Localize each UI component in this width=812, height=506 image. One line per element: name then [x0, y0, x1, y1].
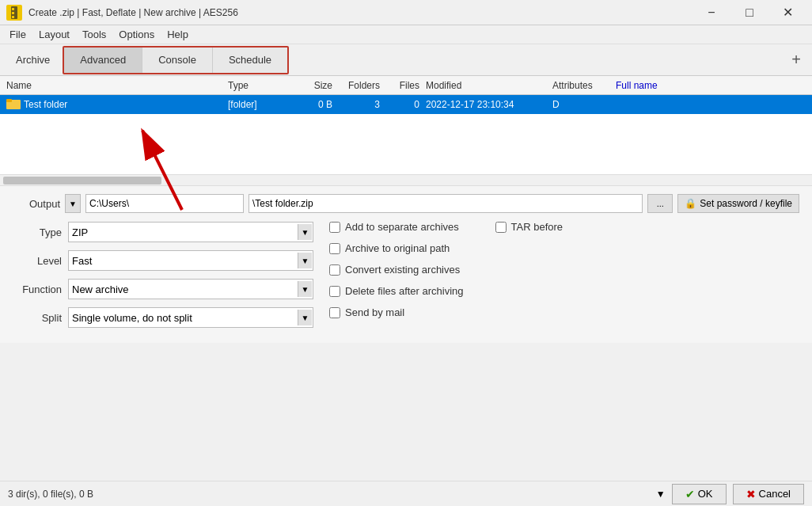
svg-rect-2: [12, 8, 14, 10]
split-label: Split: [13, 312, 68, 324]
output-path-right[interactable]: \Test folder.zip: [249, 194, 643, 213]
output-path-left[interactable]: C:\Users\: [85, 194, 244, 213]
col-header-folders[interactable]: Folders: [336, 80, 383, 91]
col-header-files[interactable]: Files: [383, 80, 423, 91]
cancel-x-icon: ✖: [746, 488, 756, 500]
file-attributes-cell: D: [549, 99, 613, 110]
app-icon: [6, 5, 22, 21]
level-row: Level Store Fastest Fast Normal Maximum …: [13, 249, 313, 272]
menu-layout[interactable]: Layout: [32, 25, 76, 44]
file-name-cell: Test folder: [3, 97, 225, 112]
level-select-wrapper: Store Fastest Fast Normal Maximum Ultra …: [68, 250, 313, 271]
file-list-area: Test folder [folder] 0 B 3 0 2022-12-17 …: [0, 95, 812, 174]
send-mail-checkbox-row[interactable]: Send by mail: [329, 306, 464, 318]
checkboxes-col2: TAR before: [495, 221, 563, 323]
tar-before-checkbox[interactable]: [495, 222, 507, 233]
send-mail-checkbox[interactable]: [329, 307, 340, 318]
status-right: ▼ ✔ OK ✖ Cancel: [656, 484, 804, 504]
svg-rect-4: [12, 16, 14, 18]
file-folders-cell: 3: [336, 99, 383, 110]
tab-schedule[interactable]: Schedule: [213, 48, 287, 73]
tar-before-checkbox-row[interactable]: TAR before: [495, 221, 563, 233]
convert-existing-checkbox[interactable]: [329, 264, 340, 276]
type-select[interactable]: ZIP 7Z TAR GZ BZ2: [68, 222, 313, 242]
form-right: Add to separate archives Archive to orig…: [329, 221, 563, 335]
title-bar: Create .zip | Fast, Deflate | New archiv…: [0, 0, 812, 25]
file-size-cell: 0 B: [288, 99, 336, 110]
col-header-attributes[interactable]: Attributes: [549, 80, 613, 91]
split-row: Split Single volume, do not split 10 MB …: [13, 306, 313, 329]
browse-button[interactable]: ...: [647, 194, 673, 213]
checkboxes-section: Add to separate archives Archive to orig…: [329, 221, 563, 323]
form-left: Type ZIP 7Z TAR GZ BZ2 ▼ Level: [13, 221, 313, 335]
maximize-button[interactable]: □: [731, 0, 768, 25]
svg-rect-7: [6, 99, 12, 102]
delete-after-checkbox-row[interactable]: Delete files after archiving: [329, 285, 464, 297]
lock-icon: 🔒: [685, 198, 696, 209]
convert-existing-checkbox-row[interactable]: Convert existing archives: [329, 264, 464, 276]
col-header-size[interactable]: Size: [288, 80, 336, 91]
checkboxes-col1: Add to separate archives Archive to orig…: [329, 221, 464, 323]
file-files-cell: 0: [383, 99, 423, 110]
horizontal-scrollbar[interactable]: [0, 174, 812, 185]
archive-original-checkbox[interactable]: [329, 243, 340, 254]
file-type-cell: [folder]: [225, 99, 288, 110]
ok-button[interactable]: ✔ OK: [672, 484, 727, 504]
svg-rect-3: [12, 12, 14, 14]
form-section: Type ZIP 7Z TAR GZ BZ2 ▼ Level: [13, 221, 799, 335]
menu-bar: File Layout Tools Options Help: [0, 25, 812, 44]
level-select[interactable]: Store Fastest Fast Normal Maximum Ultra: [68, 250, 313, 271]
folder-icon: [6, 97, 21, 112]
file-modified-cell: 2022-12-17 23:10:34: [423, 99, 549, 110]
tab-bar: Archive Advanced Console Schedule +: [0, 44, 812, 76]
password-button[interactable]: 🔒 Set password / keyfile: [677, 194, 799, 213]
bottom-section: Output ▼ C:\Users\ \Test folder.zip ... …: [0, 185, 812, 343]
delete-after-checkbox[interactable]: [329, 286, 340, 297]
add-separate-checkbox[interactable]: [329, 222, 340, 233]
level-label: Level: [13, 255, 68, 267]
function-label: Function: [13, 283, 68, 295]
add-tab-button[interactable]: +: [787, 51, 806, 70]
type-row: Type ZIP 7Z TAR GZ BZ2 ▼: [13, 221, 313, 243]
function-row: Function New archive Add Update Freshen …: [13, 278, 313, 300]
close-button[interactable]: ✕: [769, 0, 806, 25]
type-label: Type: [13, 226, 68, 238]
output-row: Output ▼ C:\Users\ \Test folder.zip ... …: [13, 194, 799, 213]
ok-check-icon: ✔: [685, 488, 695, 500]
col-header-modified[interactable]: Modified: [423, 80, 549, 91]
scroll-thumb[interactable]: [3, 177, 161, 185]
table-row[interactable]: Test folder [folder] 0 B 3 0 2022-12-17 …: [0, 95, 812, 114]
col-header-name[interactable]: Name: [3, 80, 225, 91]
add-separate-checkbox-row[interactable]: Add to separate archives: [329, 221, 464, 233]
menu-help[interactable]: Help: [161, 25, 195, 44]
archive-original-checkbox-row[interactable]: Archive to original path: [329, 242, 464, 254]
window-controls: − □ ✕: [693, 0, 806, 25]
minimize-button[interactable]: −: [693, 0, 730, 25]
status-text: 3 dir(s), 0 file(s), 0 B: [8, 489, 93, 500]
function-select-wrapper: New archive Add Update Freshen Synchroni…: [68, 279, 313, 299]
cancel-button[interactable]: ✖ Cancel: [733, 484, 804, 504]
menu-file[interactable]: File: [3, 25, 32, 44]
tab-group: Advanced Console Schedule: [63, 46, 289, 74]
split-select-wrapper: Single volume, do not split 10 MB 100 MB…: [68, 307, 313, 328]
col-header-type[interactable]: Type: [225, 80, 288, 91]
tab-archive[interactable]: Archive: [6, 51, 59, 69]
tab-advanced[interactable]: Advanced: [64, 48, 142, 73]
menu-options[interactable]: Options: [112, 25, 161, 44]
menu-tools[interactable]: Tools: [76, 25, 112, 44]
col-header-fullname: Full name: [613, 80, 809, 91]
split-select[interactable]: Single volume, do not split 10 MB 100 MB…: [68, 307, 313, 328]
tab-console[interactable]: Console: [142, 48, 213, 73]
output-dropdown-button[interactable]: ▼: [65, 194, 81, 213]
type-select-wrapper: ZIP 7Z TAR GZ BZ2 ▼: [68, 222, 313, 242]
file-list-header: Name Type Size Folders Files Modified At…: [0, 76, 812, 95]
status-dropdown-icon[interactable]: ▼: [656, 489, 666, 500]
output-label: Output: [13, 198, 60, 210]
function-select[interactable]: New archive Add Update Freshen Synchroni…: [68, 279, 313, 299]
status-bar: 3 dir(s), 0 file(s), 0 B ▼ ✔ OK ✖ Cancel: [0, 481, 812, 506]
window-title: Create .zip | Fast, Deflate | New archiv…: [28, 7, 693, 18]
